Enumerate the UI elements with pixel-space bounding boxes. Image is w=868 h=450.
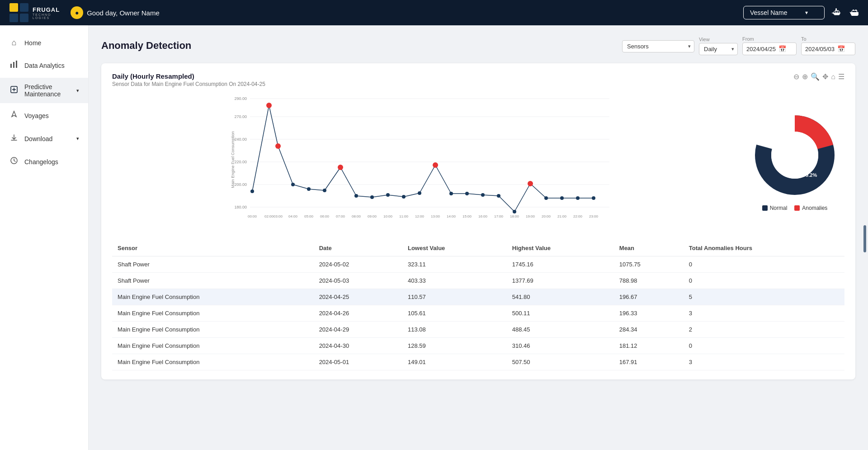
- cell-sensor: Shaft Power: [112, 273, 314, 289]
- cell-date: 2024-05-01: [314, 354, 402, 370]
- cell-mean: 167.91: [614, 354, 684, 370]
- svg-text:180.00: 180.00: [234, 205, 247, 209]
- view-select[interactable]: Daily Weekly Monthly: [699, 43, 738, 55]
- cell-mean: 196.33: [614, 305, 684, 322]
- scrollbar[interactable]: [863, 225, 866, 252]
- col-highest: Highest Value: [507, 240, 614, 256]
- col-date: Date: [314, 240, 402, 256]
- from-calendar-icon: 📅: [778, 45, 786, 52]
- zoom-in-icon[interactable]: ⊕: [802, 72, 808, 81]
- sidebar-label-download: Download: [24, 135, 52, 142]
- to-date-input[interactable]: 2024/05/03 📅: [801, 43, 855, 55]
- maintenance-chevron-icon: ▾: [76, 88, 79, 94]
- normal-dot-06: [323, 189, 326, 192]
- table-row[interactable]: Shaft Power 2024-05-03 403.33 1377.69 78…: [112, 273, 844, 289]
- table-row[interactable]: Main Engine Fuel Consumption 2024-05-01 …: [112, 354, 844, 370]
- svg-rect-5: [13, 62, 14, 68]
- page-title: Anomaly Detection: [101, 40, 191, 52]
- cell-anomalies: 2: [684, 322, 844, 338]
- sensors-control: Sensors: [622, 39, 694, 52]
- sidebar-item-download[interactable]: Download ▾: [0, 128, 88, 149]
- to-control: To 2024/05/03 📅: [801, 36, 855, 55]
- sidebar-item-voyages[interactable]: Voyages: [0, 105, 88, 126]
- cell-highest: 507.50: [507, 354, 614, 370]
- svg-text:02:00: 02:00: [264, 214, 274, 218]
- svg-text:200.00: 200.00: [234, 182, 247, 187]
- svg-text:13:00: 13:00: [431, 214, 440, 218]
- ship-icon[interactable]: ⛴: [832, 7, 842, 19]
- sidebar-item-home[interactable]: ⌂ Home: [0, 33, 88, 53]
- normal-dot-05: [307, 187, 311, 191]
- svg-text:11:00: 11:00: [399, 214, 409, 218]
- anomaly-dot-5: [528, 181, 533, 186]
- sensors-select-wrapper[interactable]: Sensors: [622, 40, 694, 52]
- from-date-input[interactable]: 2024/04/25 📅: [742, 43, 797, 55]
- svg-text:17:00: 17:00: [494, 214, 504, 218]
- normal-dot-10: [386, 193, 390, 197]
- home-icon: ⌂: [9, 38, 19, 47]
- sidebar-label-analytics: Data Analytics: [24, 62, 65, 69]
- menu-icon[interactable]: ☰: [838, 72, 844, 81]
- svg-text:05:00: 05:00: [304, 214, 314, 218]
- svg-text:240.00: 240.00: [234, 137, 247, 142]
- chart-toolbar[interactable]: ⊖ ⊕ 🔍 ✥ ⌂ ☰: [793, 72, 844, 81]
- svg-text:290.00: 290.00: [234, 96, 247, 101]
- view-select-wrapper[interactable]: Daily Weekly Monthly: [699, 43, 738, 55]
- vessel-icon[interactable]: 🛳: [849, 7, 859, 19]
- cell-anomalies: 0: [684, 273, 844, 289]
- anomaly-dot-2: [275, 143, 281, 149]
- cell-highest: 488.45: [507, 322, 614, 338]
- sidebar-item-data-analytics[interactable]: Data Analytics: [0, 55, 88, 76]
- cell-date: 2024-04-30: [314, 338, 402, 354]
- svg-rect-6: [16, 61, 17, 68]
- svg-rect-0: [9, 3, 18, 12]
- normal-dot-17: [497, 194, 500, 198]
- download-icon: [9, 133, 19, 144]
- to-label: To: [801, 36, 855, 42]
- chart-panel: Daily (Hourly Resampled) Sensor Data for…: [101, 63, 855, 379]
- view-label: View: [699, 37, 738, 42]
- to-date-value: 2024/05/03: [805, 46, 835, 52]
- normal-dot-12: [418, 191, 421, 195]
- zoom-out-icon[interactable]: ⊖: [793, 72, 799, 81]
- table-row[interactable]: Main Engine Fuel Consumption 2024-04-26 …: [112, 305, 844, 322]
- cell-highest: 1377.69: [507, 273, 614, 289]
- col-sensor: Sensor: [112, 240, 314, 256]
- anomaly-pct-label: 20.8%: [785, 154, 799, 160]
- sidebar-item-changelogs[interactable]: Changelogs: [0, 151, 88, 172]
- cell-lowest: 113.08: [402, 322, 507, 338]
- pan-icon[interactable]: ✥: [822, 72, 828, 81]
- svg-text:15:00: 15:00: [462, 214, 472, 218]
- table-row[interactable]: Shaft Power 2024-05-02 323.11 1745.16 10…: [112, 256, 844, 273]
- cell-highest: 310.46: [507, 338, 614, 354]
- cell-mean: 196.67: [614, 289, 684, 305]
- legend-normal-label: Normal: [770, 205, 788, 211]
- greeting-text: Good day, Owner Name: [87, 9, 160, 17]
- svg-text:Main Engine Fuel Consumption: Main Engine Fuel Consumption: [231, 131, 235, 188]
- cell-anomalies: 5: [684, 289, 844, 305]
- col-mean: Mean: [614, 240, 684, 256]
- sensors-select[interactable]: Sensors: [622, 40, 694, 52]
- table-row[interactable]: Main Engine Fuel Consumption 2024-04-30 …: [112, 338, 844, 354]
- normal-dot-14: [449, 192, 453, 195]
- svg-text:270.00: 270.00: [234, 114, 247, 119]
- normal-dot-11: [402, 195, 406, 199]
- svg-text:12:00: 12:00: [415, 214, 425, 218]
- table-header: Sensor Date Lowest Value Highest Value M…: [112, 240, 844, 256]
- main-layout: ⌂ Home Data Analytics PredictiveMaintena…: [0, 25, 868, 450]
- view-control: View Daily Weekly Monthly: [699, 37, 738, 55]
- reset-icon[interactable]: ⌂: [831, 73, 835, 81]
- cell-anomalies: 0: [684, 256, 844, 273]
- sidebar-item-predictive-maintenance[interactable]: PredictiveMaintenance ▾: [0, 78, 88, 103]
- changelogs-icon: [9, 156, 19, 167]
- zoom-icon[interactable]: 🔍: [811, 72, 820, 81]
- maintenance-icon: [9, 85, 19, 96]
- sidebar: ⌂ Home Data Analytics PredictiveMaintena…: [0, 25, 89, 450]
- greeting-section: ● Good day, Owner Name: [71, 6, 160, 19]
- logo-text: FRUGAL TECHNOLOGIES: [33, 6, 60, 19]
- vessel-selector[interactable]: Vessel Name ▾: [743, 6, 825, 19]
- table-row[interactable]: Main Engine Fuel Consumption 2024-04-29 …: [112, 322, 844, 338]
- table-row[interactable]: Main Engine Fuel Consumption 2024-04-25 …: [112, 289, 844, 305]
- cell-highest: 1745.16: [507, 256, 614, 273]
- from-control: From 2024/04/25 📅: [742, 36, 797, 55]
